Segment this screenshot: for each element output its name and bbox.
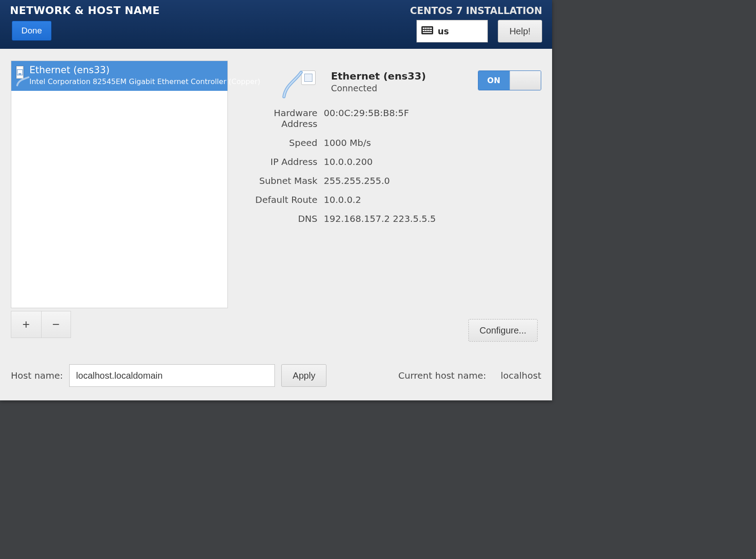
done-button[interactable]: Done [12, 21, 52, 41]
current-hostname-value: localhost [501, 370, 541, 381]
svg-rect-9 [428, 30, 430, 31]
apply-hostname-button[interactable]: Apply [281, 364, 326, 387]
ip-address-value: 10.0.0.200 [324, 156, 541, 167]
svg-rect-10 [430, 30, 432, 31]
default-route-value: 10.0.0.2 [324, 194, 541, 205]
hardware-address-value: 00:0C:29:5B:B8:5F [324, 108, 541, 129]
toggle-handle [510, 71, 541, 90]
subnet-mask-value: 255.255.255.0 [324, 175, 541, 186]
svg-rect-1 [423, 28, 424, 29]
interface-detail-title: Ethernet (ens33) [331, 70, 472, 82]
page-title: NETWORK & HOST NAME [10, 5, 160, 16]
network-interface-list[interactable]: Ethernet (ens33) Intel Corporation 82545… [11, 61, 228, 308]
svg-rect-2 [425, 28, 426, 29]
speed-label: Speed [238, 137, 317, 148]
interface-detail-status: Connected [331, 83, 472, 93]
help-button[interactable]: Help! [498, 20, 542, 42]
toggle-on-label: ON [478, 71, 510, 90]
ethernet-icon [289, 70, 325, 85]
dns-label: DNS [238, 213, 317, 224]
hostname-label: Host name: [11, 370, 63, 381]
hardware-address-label: Hardware Address [238, 108, 317, 129]
installer-title: CENTOS 7 INSTALLATION [410, 5, 542, 16]
hostname-input[interactable] [69, 364, 275, 387]
ip-address-label: IP Address [238, 156, 317, 167]
speed-value: 1000 Mb/s [324, 137, 541, 148]
keyboard-layout-label: us [438, 26, 449, 36]
add-interface-button[interactable]: + [11, 311, 41, 338]
interface-description: Intel Corporation 82545EM Gigabit Ethern… [29, 77, 260, 86]
svg-rect-7 [425, 30, 426, 31]
interface-name: Ethernet (ens33) [29, 65, 260, 76]
default-route-label: Default Route [238, 194, 317, 205]
remove-interface-button[interactable]: − [41, 311, 71, 338]
interface-enable-toggle[interactable]: ON [478, 70, 541, 90]
keyboard-icon [421, 26, 433, 36]
configure-button[interactable]: Configure... [468, 319, 538, 342]
subnet-mask-label: Subnet Mask [238, 175, 317, 186]
current-hostname-label: Current host name: [398, 370, 486, 381]
svg-rect-3 [426, 28, 428, 29]
keyboard-layout-indicator[interactable]: us [416, 20, 488, 42]
dns-value: 192.168.157.2 223.5.5.5 [324, 213, 541, 224]
svg-rect-4 [428, 28, 430, 29]
svg-rect-13 [19, 73, 21, 75]
svg-rect-6 [423, 30, 424, 31]
svg-rect-5 [430, 28, 432, 29]
svg-rect-11 [423, 32, 432, 33]
interface-info-table: Hardware Address 00:0C:29:5B:B8:5F Speed… [238, 108, 541, 224]
svg-rect-8 [426, 30, 428, 31]
network-interface-item[interactable]: Ethernet (ens33) Intel Corporation 82545… [11, 61, 227, 91]
